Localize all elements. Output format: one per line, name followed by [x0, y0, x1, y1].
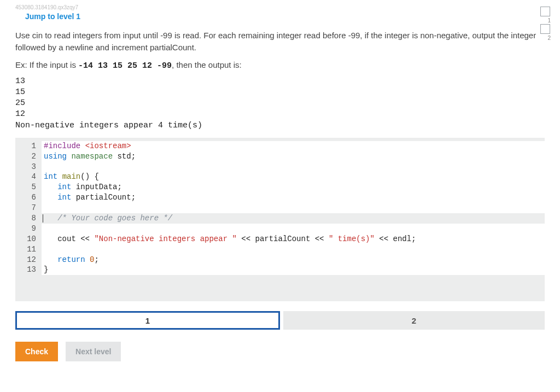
step-tab-1[interactable]: 1 [15, 311, 280, 330]
level-checkboxes: 1 2 [540, 7, 550, 34]
level-checkbox-label: 2 [547, 35, 551, 41]
line-number: 11 [15, 244, 42, 255]
code-line[interactable]: 13} [15, 265, 545, 275]
code-content[interactable]: int partialCount; [42, 192, 545, 203]
code-content[interactable]: /* Your code goes here */ [42, 213, 545, 224]
code-content[interactable] [42, 224, 545, 234]
line-number: 13 [15, 265, 42, 275]
code-content[interactable]: using namespace std; [42, 151, 545, 162]
line-number: 2 [15, 151, 42, 162]
code-line[interactable]: 5 int inputData; [15, 182, 545, 192]
code-line[interactable]: 10 cout << "Non-negative integers appear… [15, 234, 545, 244]
code-content[interactable]: int main() { [42, 172, 545, 182]
code-line[interactable]: 9 [15, 224, 545, 234]
button-row: Check Next level [15, 342, 545, 361]
code-content[interactable] [42, 162, 545, 172]
line-number: 12 [15, 255, 42, 265]
code-line[interactable]: 6 int partialCount; [15, 192, 545, 203]
code-line[interactable]: 12 return 0; [15, 255, 545, 265]
code-line[interactable]: 7 [15, 203, 545, 213]
step-bar: 12 [15, 311, 545, 330]
code-content[interactable] [42, 203, 545, 213]
code-content[interactable]: cout << "Non-negative integers appear " … [42, 234, 545, 244]
level-checkbox-label: 1 [547, 17, 551, 24]
jump-to-level-link[interactable]: Jump to level 1 [25, 12, 80, 21]
question-id: 453080.3184190.qx3zqy7 [15, 4, 545, 10]
example-suffix: , then the output is: [172, 60, 242, 69]
example-prefix: Ex: If the input is [15, 60, 78, 69]
code-content[interactable]: return 0; [42, 255, 545, 265]
code-content[interactable]: #include <iostream> [42, 141, 545, 151]
level-checkbox-1[interactable]: 1 [540, 7, 550, 16]
line-number: 5 [15, 182, 42, 192]
code-line[interactable]: 2using namespace std; [15, 151, 545, 162]
line-number: 7 [15, 203, 42, 213]
line-number: 3 [15, 162, 42, 172]
code-content[interactable]: } [42, 265, 545, 275]
line-number: 9 [15, 224, 42, 234]
code-line[interactable]: 3 [15, 162, 545, 172]
code-line[interactable]: 4int main() { [15, 172, 545, 182]
example-input: -14 13 15 25 12 -99 [78, 61, 172, 71]
expected-output: 13 15 25 12 Non-negative integers appear… [15, 76, 545, 131]
line-number: 4 [15, 172, 42, 182]
problem-statement: Use cin to read integers from input unti… [15, 30, 545, 54]
line-number: 1 [15, 141, 42, 151]
step-tab-2[interactable]: 2 [283, 311, 545, 330]
next-level-button: Next level [66, 342, 121, 361]
code-line[interactable]: 1#include <iostream> [15, 141, 545, 151]
line-number: 6 [15, 192, 42, 203]
line-number: 8 [15, 213, 42, 224]
check-button[interactable]: Check [15, 342, 58, 361]
code-content[interactable] [42, 244, 545, 255]
example-line: Ex: If the input is -14 13 15 25 12 -99,… [15, 60, 545, 71]
code-content[interactable]: int inputData; [42, 182, 545, 192]
level-checkbox-2[interactable]: 2 [540, 24, 550, 34]
code-line[interactable]: 8 /* Your code goes here */ [15, 213, 545, 224]
line-number: 10 [15, 234, 42, 244]
code-line[interactable]: 11 [15, 244, 545, 255]
code-editor[interactable]: 1#include <iostream>2using namespace std… [15, 138, 545, 302]
